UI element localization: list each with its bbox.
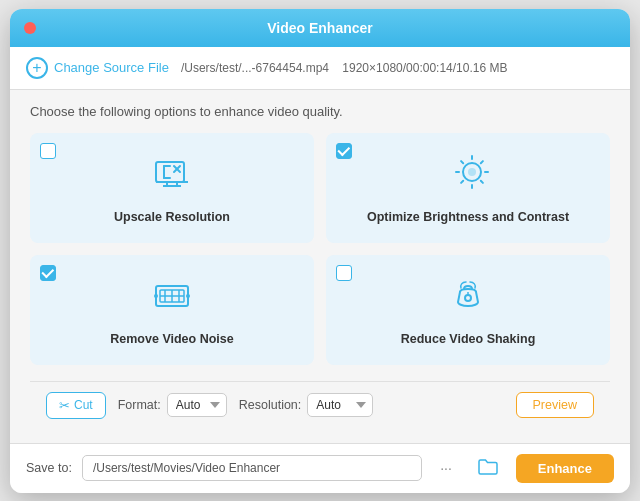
titlebar: Video Enhancer xyxy=(10,9,630,47)
upscale-label: Upscale Resolution xyxy=(114,210,230,224)
option-shaking: Reduce Video Shaking xyxy=(326,255,610,365)
folder-icon[interactable] xyxy=(470,454,506,483)
svg-line-17 xyxy=(481,180,483,182)
cut-button[interactable]: ✂ Cut xyxy=(46,392,106,419)
option-upscale: Upscale Resolution xyxy=(30,133,314,243)
shaking-checkbox[interactable] xyxy=(336,265,352,281)
shaking-label: Reduce Video Shaking xyxy=(401,332,536,346)
svg-line-16 xyxy=(461,161,463,163)
main-window: Video Enhancer + Change Source File /Use… xyxy=(10,9,630,493)
plus-icon: + xyxy=(26,57,48,79)
noise-icon xyxy=(150,274,194,322)
resolution-group: Resolution: Auto 720p 1080p 4K xyxy=(239,393,374,417)
change-source-button[interactable]: + Change Source File xyxy=(26,57,169,79)
svg-line-19 xyxy=(461,180,463,182)
upscale-icon xyxy=(150,152,194,200)
svg-point-11 xyxy=(468,168,476,176)
noise-label: Remove Video Noise xyxy=(110,332,233,346)
resolution-label: Resolution: xyxy=(239,398,302,412)
option-brightness: Optimize Brightness and Contrast xyxy=(326,133,610,243)
format-select[interactable]: Auto MP4 MOV AVI xyxy=(167,393,227,417)
dots-button[interactable]: ··· xyxy=(432,456,460,480)
enhance-button[interactable]: Enhance xyxy=(516,454,614,483)
save-to-label: Save to: xyxy=(26,461,72,475)
traffic-lights xyxy=(24,22,36,34)
change-source-label: Change Source File xyxy=(54,60,169,75)
preview-button[interactable]: Preview xyxy=(516,392,594,418)
resolution-select[interactable]: Auto 720p 1080p 4K xyxy=(307,393,373,417)
brightness-icon xyxy=(446,152,490,200)
shaking-icon xyxy=(446,274,490,322)
save-path-input[interactable] xyxy=(82,455,422,481)
scissors-icon: ✂ xyxy=(59,398,70,413)
cut-label: Cut xyxy=(74,398,93,412)
svg-point-27 xyxy=(186,294,190,298)
brightness-label: Optimize Brightness and Contrast xyxy=(367,210,569,224)
toolbar: + Change Source File /Users/test/...-676… xyxy=(10,47,630,90)
footer: Save to: ··· Enhance xyxy=(10,443,630,493)
option-noise: Remove Video Noise xyxy=(30,255,314,365)
upscale-checkbox[interactable] xyxy=(40,143,56,159)
bottom-bar: ✂ Cut Format: Auto MP4 MOV AVI Resolutio… xyxy=(30,381,610,429)
noise-checkbox[interactable] xyxy=(40,265,56,281)
close-button[interactable] xyxy=(24,22,36,34)
options-grid: Upscale Resolution xyxy=(30,133,610,365)
file-info: /Users/test/...-6764454.mp4 1920×1080/00… xyxy=(181,61,614,75)
svg-point-28 xyxy=(465,295,471,301)
main-content: Choose the following options to enhance … xyxy=(10,90,630,443)
brightness-checkbox[interactable] xyxy=(336,143,352,159)
format-label: Format: xyxy=(118,398,161,412)
window-title: Video Enhancer xyxy=(267,20,373,36)
file-path: /Users/test/...-6764454.mp4 xyxy=(181,61,329,75)
file-meta: 1920×1080/00:00:14/10.16 MB xyxy=(342,61,507,75)
subtitle: Choose the following options to enhance … xyxy=(30,104,610,119)
svg-point-26 xyxy=(154,294,158,298)
format-group: Format: Auto MP4 MOV AVI xyxy=(118,393,227,417)
svg-line-18 xyxy=(481,161,483,163)
